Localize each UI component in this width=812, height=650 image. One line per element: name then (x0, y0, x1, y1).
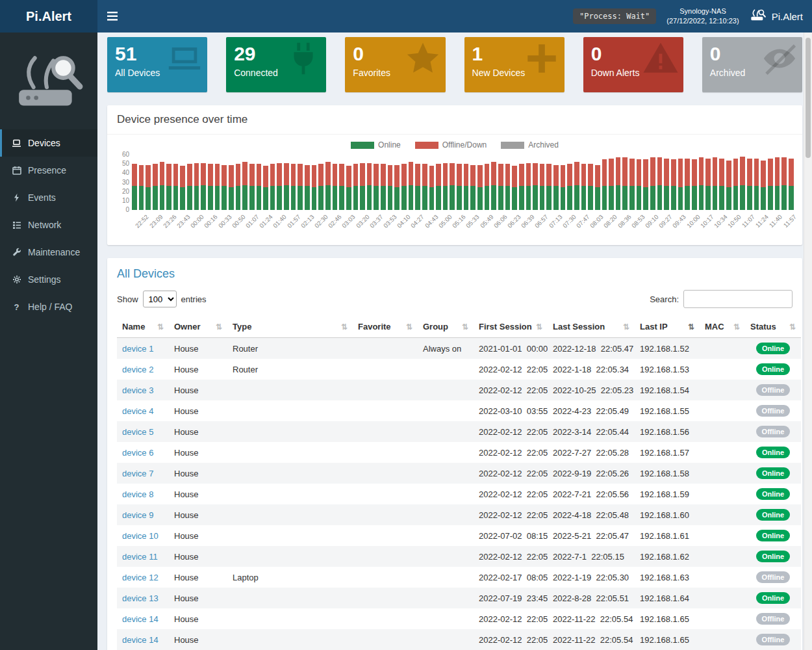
col-type[interactable]: Type⇅ (227, 316, 353, 338)
card-new-devices[interactable]: 1 New Devices (464, 37, 565, 92)
cell-last_session: 2022-4-18 22:05.48 (548, 504, 635, 525)
cell-name: device 5 (117, 421, 169, 442)
card-down-alerts[interactable]: 0 Down Alerts (583, 37, 683, 92)
status-badge: Offline (756, 426, 791, 437)
device-link[interactable]: device 8 (122, 489, 153, 499)
pialert-logo-icon (750, 8, 767, 25)
chart-bar (270, 164, 275, 210)
sidebar-item-maintenance[interactable]: Maintenance (0, 239, 97, 266)
chart-y-tick: 40 (122, 169, 129, 176)
star-icon (404, 40, 442, 80)
summary-cards: 51 All Devices 29 Connected 0 Favorites … (107, 37, 802, 92)
chart-bar (166, 164, 171, 210)
chart-bar (595, 165, 600, 210)
cell-owner: House (169, 608, 227, 629)
device-link[interactable]: device 10 (122, 531, 159, 541)
card-all-devices[interactable]: 51 All Devices (107, 37, 207, 92)
cell-owner: House (169, 421, 227, 442)
device-link[interactable]: device 3 (122, 385, 153, 395)
chart-y-tick: 20 (122, 188, 129, 195)
chart-bar (422, 164, 427, 210)
legend-online[interactable]: Online (351, 140, 401, 150)
cell-type (227, 400, 353, 421)
cell-status: Online (745, 504, 801, 525)
device-link[interactable]: device 2 (122, 365, 153, 374)
col-group[interactable]: Group⇅ (418, 316, 474, 338)
cell-name: device 4 (117, 400, 169, 421)
cell-status: Offline (745, 421, 801, 442)
col-mac[interactable]: MAC⇅ (700, 316, 745, 338)
hamburger-menu-icon[interactable] (97, 0, 127, 32)
chart-bar (139, 165, 144, 210)
card-favorites[interactable]: 0 Favorites (345, 37, 445, 92)
gear-icon (12, 275, 21, 284)
device-link[interactable]: device 9 (122, 510, 153, 520)
device-link[interactable]: device 13 (122, 593, 159, 603)
cell-owner: House (169, 567, 227, 588)
col-first-session[interactable]: First Session⇅ (474, 316, 548, 338)
chart-bar (602, 159, 607, 210)
chart-bar (657, 157, 663, 210)
sidebar-item-help[interactable]: ? Help / FAQ (0, 293, 97, 320)
scrollbar-thumb[interactable] (806, 38, 811, 158)
cell-favorite (353, 380, 418, 400)
chart-bar (512, 166, 517, 210)
entries-select[interactable]: 100 (143, 291, 177, 307)
col-favorite[interactable]: Favorite⇅ (353, 316, 418, 338)
cell-owner: House (169, 484, 227, 504)
legend-offline-down[interactable]: Offline/Down (415, 140, 487, 150)
sidebar-item-devices[interactable]: Devices (0, 129, 97, 157)
sidebar-item-settings[interactable]: Settings (0, 266, 97, 293)
chart-bar (201, 163, 206, 210)
cell-last_session: 2022-9-19 22:05.26 (548, 463, 635, 484)
search-input[interactable] (683, 290, 793, 308)
wrench-icon (12, 248, 21, 257)
chart-bar (581, 164, 587, 210)
cell-last_session: 2022-11-22 22:05.54 (548, 629, 635, 650)
table-row: device 1HouseRouterAlways on2021-01-01 0… (117, 338, 801, 359)
chart-legend: Online Offline/Down Archived (107, 135, 802, 151)
status-badge: Online (756, 509, 790, 521)
sidebar-item-network[interactable]: Network (0, 211, 97, 239)
sort-icon: ⇅ (406, 322, 412, 332)
col-owner[interactable]: Owner⇅ (169, 316, 227, 338)
status-badge: Online (756, 467, 790, 479)
chart-bar (553, 165, 559, 210)
col-last-session[interactable]: Last Session⇅ (548, 316, 635, 338)
cell-group (418, 546, 474, 567)
chart-bars (132, 155, 793, 210)
card-connected[interactable]: 29 Connected (226, 37, 326, 92)
table-row: device 12HouseLaptop2022-02-17 08:052022… (117, 567, 801, 588)
device-link[interactable]: device 5 (122, 427, 153, 437)
sidebar-item-presence[interactable]: Presence (0, 157, 97, 184)
sidebar-item-events[interactable]: Events (0, 184, 97, 211)
chart-bar (153, 164, 158, 210)
chart-y-tick: 50 (122, 160, 129, 167)
app-logo[interactable]: Pi.Alert (0, 0, 97, 32)
device-link[interactable]: device 7 (122, 469, 153, 478)
chart-bar (713, 157, 718, 210)
vertical-scrollbar[interactable] (804, 32, 812, 650)
device-link[interactable]: device 14 (122, 614, 159, 624)
device-link[interactable]: device 11 (122, 552, 158, 562)
card-archived[interactable]: 0 Archived (702, 37, 802, 92)
device-link[interactable]: device 12 (122, 573, 159, 582)
legend-archived[interactable]: Archived (501, 140, 559, 150)
device-link[interactable]: device 4 (122, 406, 153, 416)
col-name[interactable]: Name⇅ (117, 316, 169, 338)
sidebar-item-label: Help / FAQ (28, 302, 72, 312)
cell-type (227, 608, 353, 629)
status-badge: Offline (756, 613, 791, 625)
laptop-icon (12, 139, 21, 148)
chart-x-labels: 22:5223:0923:2623:4300:0000:1600:3300:50… (132, 213, 793, 240)
brand-link[interactable]: Pi.Alert (750, 8, 803, 25)
device-link[interactable]: device 1 (122, 344, 153, 354)
status-badge: Online (756, 363, 790, 375)
cell-type (227, 546, 353, 567)
sort-icon: ⇅ (733, 322, 740, 332)
col-last-ip[interactable]: Last IP⇅ (635, 316, 700, 338)
device-link[interactable]: device 14 (122, 635, 159, 645)
col-status[interactable]: Status⇅ (745, 316, 801, 338)
device-link[interactable]: device 6 (122, 448, 153, 458)
chart-bar (643, 159, 648, 210)
